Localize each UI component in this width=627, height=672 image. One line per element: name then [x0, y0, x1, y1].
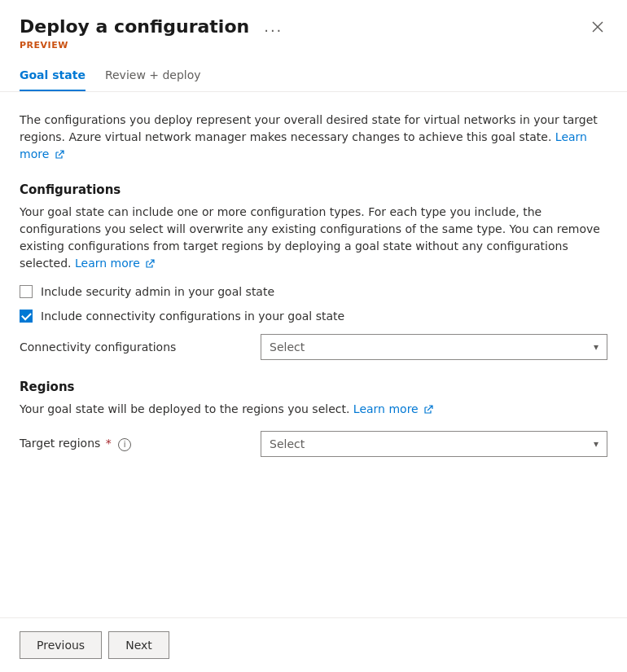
connectivity-configurations-row: Connectivity configurations Select ▾ [20, 334, 607, 360]
panel-footer: Previous Next [0, 617, 627, 672]
security-admin-checkbox[interactable] [20, 285, 33, 298]
close-button[interactable] [588, 17, 607, 37]
target-regions-info-icon[interactable]: i [118, 438, 131, 451]
connectivity-checkbox-label: Include connectivity configurations in y… [41, 310, 344, 323]
previous-button[interactable]: Previous [20, 631, 102, 659]
security-admin-checkbox-label: Include security admin in your goal stat… [41, 285, 274, 298]
external-link-icon-2 [145, 259, 155, 269]
panel-title: Deploy a configuration [20, 16, 249, 37]
external-link-icon [55, 150, 64, 160]
connectivity-checkbox-row: Include connectivity configurations in y… [20, 310, 607, 323]
configurations-section-title: Configurations [20, 182, 607, 197]
preview-label: PREVIEW [20, 40, 607, 51]
configurations-learn-more-link[interactable]: Learn more [75, 257, 155, 270]
external-link-icon-3 [423, 405, 433, 415]
connectivity-checkbox[interactable] [20, 310, 33, 323]
panel-header: Deploy a configuration ... PREVIEW Goal … [0, 0, 627, 92]
security-admin-checkbox-row: Include security admin in your goal stat… [20, 285, 607, 298]
target-regions-placeholder: Select [270, 437, 305, 450]
connectivity-configurations-dropdown[interactable]: Select ▾ [261, 334, 607, 360]
required-star: * [106, 437, 112, 450]
connectivity-configurations-label: Connectivity configurations [20, 340, 248, 354]
regions-description: Your goal state will be deployed to the … [20, 401, 607, 418]
panel-body: The configurations you deploy represent … [0, 92, 627, 617]
tabs-row: Goal state Review + deploy [20, 60, 607, 91]
target-regions-dropdown[interactable]: Select ▾ [261, 431, 607, 457]
close-icon [591, 20, 604, 33]
intro-description: The configurations you deploy represent … [20, 112, 607, 163]
deploy-configuration-panel: Deploy a configuration ... PREVIEW Goal … [0, 0, 627, 672]
configurations-description: Your goal state can include one or more … [20, 204, 607, 272]
regions-section-title: Regions [20, 380, 607, 394]
target-regions-label: Target regions * i [20, 437, 248, 451]
connectivity-dropdown-placeholder: Select [270, 340, 305, 354]
regions-section: Regions Your goal state will be deployed… [20, 380, 607, 457]
target-regions-chevron: ▾ [594, 438, 598, 450]
target-regions-row: Target regions * i Select ▾ [20, 431, 607, 457]
ellipsis-button[interactable]: ... [259, 16, 287, 37]
tab-review-deploy[interactable]: Review + deploy [105, 60, 201, 91]
regions-learn-more-link[interactable]: Learn more [353, 402, 433, 415]
tab-goal-state[interactable]: Goal state [20, 60, 86, 91]
next-button[interactable]: Next [108, 631, 169, 659]
connectivity-dropdown-chevron: ▾ [594, 341, 598, 353]
title-row: Deploy a configuration ... [20, 16, 607, 37]
title-left: Deploy a configuration ... [20, 16, 287, 37]
